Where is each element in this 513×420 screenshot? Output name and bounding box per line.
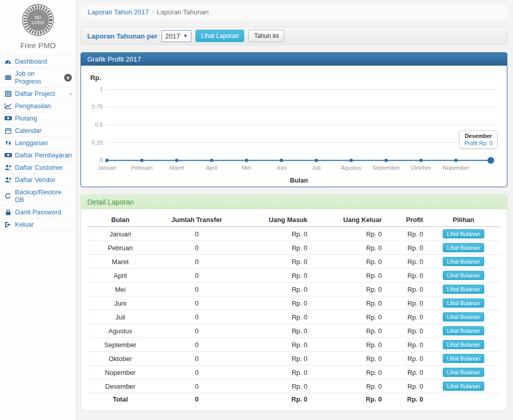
svg-text:NO: NO	[35, 15, 42, 20]
sidebar-item-label: Daftar Project	[15, 90, 55, 97]
cell-bulan: Juni	[87, 296, 153, 310]
brand-name: Free PMO	[0, 41, 76, 50]
svg-text:Maret: Maret	[169, 165, 184, 171]
svg-text:April: April	[206, 165, 217, 171]
lihat-bulanan-button[interactable]: Lihat Bulanan	[443, 382, 484, 391]
svg-text:Pebruari: Pebruari	[131, 165, 152, 171]
detail-report-table-wrap: Bulan Jumlah Transfer Uang Masuk Uang Ke…	[81, 209, 507, 410]
svg-text:LOGO: LOGO	[32, 20, 45, 25]
lihat-bulanan-button[interactable]: Lihat Bulanan	[443, 271, 484, 280]
lihat-bulanan-button[interactable]: Lihat Bulanan	[443, 312, 484, 322]
cell-uang-keluar: Rp. 0	[310, 283, 385, 296]
detail-report-panel: Detail Laporan Bulan Jumlah Transfer Uan…	[81, 194, 507, 411]
retweet-icon	[4, 140, 12, 146]
sidebar-item-langganan[interactable]: Langganan	[0, 136, 76, 149]
cell-uang-keluar: Rp. 0	[310, 324, 385, 338]
lihat-bulanan-button[interactable]: Lihat Bulanan	[443, 257, 484, 266]
lihat-bulanan-button[interactable]: Lihat Bulanan	[443, 229, 484, 238]
svg-text:September: September	[372, 165, 401, 171]
cell-uang-masuk: Rp. 0	[240, 352, 310, 366]
cell-bulan: Agustus	[87, 324, 153, 338]
cell-profit: Rp. 0	[385, 379, 426, 393]
table-row: Desember0Rp. 0Rp. 0Rp. 0Lihat Bulanan	[87, 379, 501, 393]
lihat-laporan-button[interactable]: Lihat Laporan	[195, 30, 244, 42]
cell-uang-keluar: Rp. 0	[310, 241, 385, 255]
table-header-row: Bulan Jumlah Transfer Uang Masuk Uang Ke…	[87, 213, 501, 227]
tahun-ini-button[interactable]: Tahun ini	[248, 30, 284, 42]
sidebar-menu: DashboardJob on Progress0Daftar Project‹…	[0, 55, 76, 231]
lihat-bulanan-button[interactable]: Lihat Bulanan	[443, 340, 484, 349]
total-label: Total	[87, 393, 153, 406]
svg-text:Juli: Juli	[312, 165, 321, 171]
cell-uang-masuk: Rp. 0	[240, 310, 310, 324]
year-report-panel: Laporan Tahunan per 2017 ▼ Lihat Laporan…	[81, 27, 507, 45]
table-row: Maret0Rp. 0Rp. 0Rp. 0Lihat Bulanan	[87, 255, 501, 269]
sidebar-item-ganti-password[interactable]: Ganti Password	[0, 206, 76, 218]
cell-uang-masuk: Rp. 0	[240, 255, 310, 269]
lihat-bulanan-button[interactable]: Lihat Bulanan	[443, 298, 484, 308]
year-select-value: 2017	[165, 32, 180, 40]
cell-profit: Rp. 0	[385, 324, 426, 338]
cell-profit: Rp. 0	[385, 283, 426, 296]
sidebar-item-penghasilan[interactable]: Penghasilan	[0, 99, 76, 112]
sidebar-item-daftar-pembayaran[interactable]: Daftar Pembayaran	[0, 149, 76, 161]
cell-profit: Rp. 0	[385, 352, 426, 366]
cell-uang-keluar: Rp. 0	[310, 269, 385, 283]
refresh-icon	[4, 193, 12, 199]
year-select[interactable]: 2017 ▼	[162, 30, 191, 42]
cell-uang-keluar: Rp. 0	[310, 338, 385, 352]
sidebar-item-calendar[interactable]: Calendar	[0, 124, 76, 136]
detail-report-table: Bulan Jumlah Transfer Uang Masuk Uang Ke…	[87, 213, 501, 405]
lihat-bulanan-button[interactable]: Lihat Bulanan	[443, 354, 484, 363]
lihat-bulanan-button[interactable]: Lihat Bulanan	[443, 326, 484, 335]
cell-profit: Rp. 0	[385, 227, 426, 241]
cell-uang-keluar: Rp. 0	[310, 227, 385, 241]
col-uang-masuk: Uang Masuk	[240, 213, 310, 227]
sidebar-item-dashboard[interactable]: Dashboard	[0, 55, 76, 67]
table-row: Juli0Rp. 0Rp. 0Rp. 0Lihat Bulanan	[87, 310, 501, 324]
cell-jumlah-transfer: 0	[153, 241, 240, 255]
cell-jumlah-transfer: 0	[153, 366, 240, 379]
sidebar-item-keluar[interactable]: Keluar	[0, 218, 76, 231]
tooltip-value: Profit Rp: 0	[464, 140, 492, 146]
lihat-bulanan-button[interactable]: Lihat Bulanan	[443, 368, 484, 377]
breadcrumb: Laporan Tahun 2017/Laporan Tahunan	[81, 5, 507, 19]
svg-text:Agustus: Agustus	[341, 165, 362, 171]
lihat-bulanan-button[interactable]: Lihat Bulanan	[443, 243, 484, 252]
svg-text:Juni: Juni	[276, 165, 286, 171]
main-content: Laporan Tahun 2017/Laporan Tahunan Lapor…	[76, 0, 513, 420]
cell-bulan: April	[87, 269, 153, 283]
cell-uang-masuk: Rp. 0	[240, 241, 310, 255]
cell-uang-masuk: Rp. 0	[240, 269, 310, 283]
profit-line-chart[interactable]: Rp.00.250.50.751JanuariPebruariMaretApri…	[81, 66, 507, 187]
profit-chart-panel: Grafik Profit 2017 Rp.00.250.50.751Janua…	[81, 52, 507, 187]
svg-text:0.5: 0.5	[95, 122, 103, 128]
year-report-label: Laporan Tahunan per	[87, 32, 157, 40]
cell-profit: Rp. 0	[385, 338, 426, 352]
sidebar-item-label: Ganti Password	[15, 208, 61, 216]
cell-uang-masuk: Rp. 0	[240, 379, 310, 393]
chart-panel-title: Grafik Profit 2017	[81, 53, 507, 66]
cell-profit: Rp. 0	[385, 255, 426, 269]
cell-uang-masuk: Rp. 0	[240, 366, 310, 379]
report-table-body: Januari0Rp. 0Rp. 0Rp. 0Lihat BulananPebr…	[87, 227, 501, 393]
sidebar: NO LOGO Free PMO DashboardJob on Progres…	[0, 0, 76, 420]
breadcrumb-link[interactable]: Laporan Tahun 2017	[88, 8, 149, 16]
cell-profit: Rp. 0	[385, 269, 426, 283]
sidebar-item-daftar-vendor[interactable]: Daftar Vendor	[0, 173, 76, 186]
lihat-bulanan-button[interactable]: Lihat Bulanan	[443, 285, 484, 294]
sidebar-item-daftar-project[interactable]: Daftar Project‹	[0, 87, 76, 99]
money-icon	[4, 115, 12, 121]
cell-uang-keluar: Rp. 0	[310, 379, 385, 393]
col-profit: Profit	[385, 213, 426, 227]
cell-jumlah-transfer: 0	[153, 283, 240, 296]
cell-uang-masuk: Rp. 0	[240, 227, 310, 241]
sidebar-item-daftar-customer[interactable]: Daftar Customer	[0, 161, 76, 173]
col-uang-keluar: Uang Keluar	[310, 213, 385, 227]
tasks-icon	[4, 74, 12, 81]
cell-bulan: Nopember	[87, 366, 153, 379]
sidebar-item-job-on-progress[interactable]: Job on Progress0	[0, 67, 76, 87]
sidebar-item-piutang[interactable]: Piutang	[0, 112, 76, 124]
sidebar-item-backup-restore-db[interactable]: Backup/Restore DB	[0, 186, 76, 206]
svg-text:1: 1	[100, 86, 103, 92]
